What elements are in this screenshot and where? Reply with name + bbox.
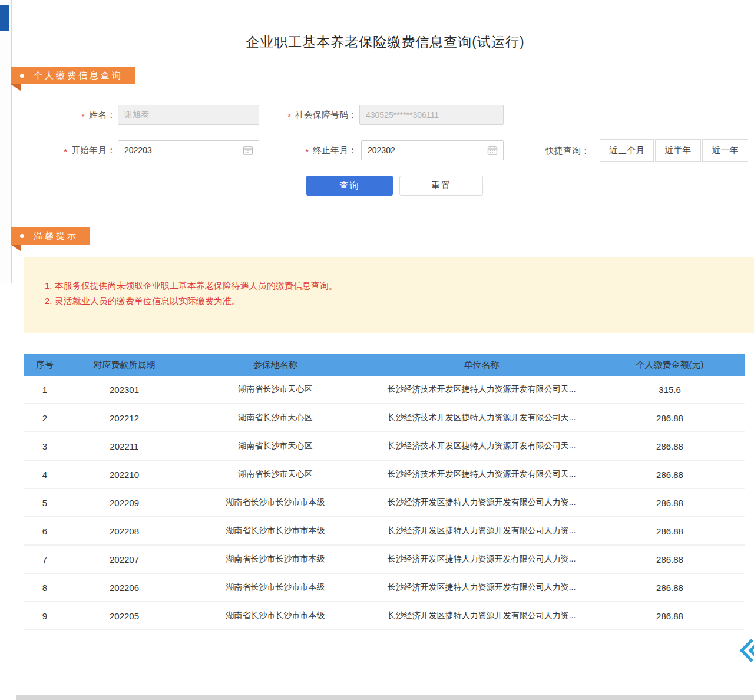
query-button[interactable]: 查询 [306, 176, 393, 196]
table-cell: 202211 [66, 432, 183, 460]
table-cell: 长沙经济开发区捷特人力资源开发有限公司人力资... [368, 574, 595, 601]
table-cell: 湖南省长沙市天心区 [183, 376, 368, 403]
table-cell: 286.88 [595, 432, 745, 460]
table-header-cell: 个人缴费金额(元) [595, 354, 745, 376]
table-cell: 5 [24, 489, 66, 516]
collapsed-sidebar-strip [0, 0, 12, 283]
table-cell: 长沙经济技术开发区捷特人力资源开发有限公司天... [368, 461, 595, 488]
table-cell: 202210 [66, 461, 183, 488]
end-month-input[interactable] [361, 140, 504, 160]
table-row: 4202210湖南省长沙市天心区长沙经济技术开发区捷特人力资源开发有限公司天..… [24, 461, 745, 489]
section-badge-tips: 温馨提示 [11, 227, 90, 245]
ssn-label: * 社会保障号码： [270, 105, 357, 125]
table-header-cell: 序号 [24, 354, 66, 376]
table-cell: 长沙经济技术开发区捷特人力资源开发有限公司天... [368, 432, 595, 460]
table-cell: 湖南省长沙市长沙市市本级 [183, 546, 368, 573]
notice-line: 2. 灵活就业人员的缴费单位信息以实际缴费为准。 [45, 293, 754, 309]
calendar-icon[interactable] [243, 145, 253, 156]
table-cell: 湖南省长沙市长沙市市本级 [183, 517, 368, 544]
ssn-input [359, 105, 504, 125]
table-row: 8202206湖南省长沙市长沙市市本级长沙经济开发区捷特人力资源开发有限公司人力… [24, 574, 745, 602]
table-row: 9202205湖南省长沙市长沙市市本级长沙经济开发区捷特人力资源开发有限公司人力… [24, 602, 745, 630]
table-cell: 湖南省长沙市长沙市市本级 [183, 602, 368, 629]
table-header-row: 序号对应费款所属期参保地名称单位名称个人缴费金额(元) [24, 354, 745, 376]
table-cell: 286.88 [595, 602, 745, 629]
section-badge-label: 个人缴费信息查询 [34, 70, 123, 81]
required-asterisk: * [287, 111, 291, 121]
table-cell: 4 [24, 461, 66, 488]
required-asterisk: * [305, 147, 309, 157]
bullet-dot-icon [20, 234, 24, 238]
table-cell: 长沙经济开发区捷特人力资源开发有限公司人力资... [368, 546, 595, 573]
quick-option-button[interactable]: 近半年 [655, 139, 701, 162]
table-cell: 315.6 [595, 376, 745, 403]
end-month-label: * 终止年月： [292, 140, 357, 160]
bottom-scrollbar-track[interactable] [16, 695, 754, 700]
quick-option-button[interactable]: 近三个月 [600, 139, 654, 162]
page-title: 企业职工基本养老保险缴费信息查询(试运行) [16, 33, 754, 51]
section-badge-personal-query: 个人缴费信息查询 [11, 67, 135, 84]
table-cell: 202212 [66, 404, 183, 431]
table-cell: 湖南省长沙市天心区 [183, 432, 368, 460]
table-cell: 长沙经济技术开发区捷特人力资源开发有限公司天... [368, 376, 595, 403]
reset-button[interactable]: 重置 [399, 176, 483, 196]
section-badge-label: 温馨提示 [34, 230, 78, 242]
table-row: 2202212湖南省长沙市天心区长沙经济技术开发区捷特人力资源开发有限公司天..… [24, 404, 745, 432]
table-header-cell: 对应费款所属期 [66, 354, 183, 376]
table-body: 1202301湖南省长沙市天心区长沙经济技术开发区捷特人力资源开发有限公司天..… [24, 376, 745, 630]
calendar-icon[interactable] [487, 145, 498, 156]
table-row: 7202207湖南省长沙市长沙市市本级长沙经济开发区捷特人力资源开发有限公司人力… [24, 546, 745, 574]
payment-table: 序号对应费款所属期参保地名称单位名称个人缴费金额(元) 1202301湖南省长沙… [24, 354, 745, 630]
table-cell: 1 [24, 376, 66, 403]
table-cell: 202207 [66, 546, 183, 573]
notice-lines: 1. 本服务仅提供尚未领取企业职工基本养老保险待遇人员的缴费信息查询。2. 灵活… [24, 257, 754, 309]
table-cell: 湖南省长沙市长沙市市本级 [183, 574, 368, 601]
table-row: 6202208湖南省长沙市长沙市市本级长沙经济开发区捷特人力资源开发有限公司人力… [24, 517, 745, 546]
name-input [118, 105, 259, 125]
table-row: 1202301湖南省长沙市天心区长沙经济技术开发区捷特人力资源开发有限公司天..… [24, 376, 745, 404]
table-cell: 286.88 [595, 461, 745, 488]
table-cell: 9 [24, 602, 66, 629]
name-label: * 姓名： [53, 105, 115, 125]
table-cell: 286.88 [595, 546, 745, 573]
sidebar-active-item-sliver[interactable] [0, 5, 9, 31]
table-cell: 286.88 [595, 404, 745, 431]
table-cell: 长沙经济开发区捷特人力资源开发有限公司人力资... [368, 602, 595, 629]
required-asterisk: * [81, 111, 85, 121]
quick-option-button[interactable]: 近一年 [702, 139, 748, 162]
table-cell: 202206 [66, 574, 183, 601]
table-cell: 长沙经济开发区捷特人力资源开发有限公司人力资... [368, 517, 595, 544]
double-chevron-left-icon[interactable] [736, 636, 754, 665]
table-cell: 6 [24, 517, 66, 544]
notice-box: 1. 本服务仅提供尚未领取企业职工基本养老保险待遇人员的缴费信息查询。2. 灵活… [24, 257, 754, 333]
bullet-dot-icon [20, 74, 24, 78]
table-cell: 3 [24, 432, 66, 460]
table-cell: 286.88 [595, 489, 745, 516]
table-cell: 286.88 [595, 517, 745, 544]
required-asterisk: * [64, 147, 67, 157]
quick-query-label: 快捷查询： [545, 140, 596, 162]
start-month-input[interactable] [118, 140, 259, 160]
table-cell: 202301 [66, 376, 183, 403]
table-row: 3202211湖南省长沙市天心区长沙经济技术开发区捷特人力资源开发有限公司天..… [24, 432, 745, 461]
table-cell: 2 [24, 404, 66, 431]
start-month-label: * 开始年月： [48, 140, 115, 160]
table-cell: 286.88 [595, 574, 745, 601]
table-cell: 202208 [66, 517, 183, 544]
table-cell: 7 [24, 546, 66, 573]
table-cell: 202209 [66, 489, 183, 516]
table-cell: 湖南省长沙市天心区 [183, 404, 368, 431]
table-cell: 长沙经济开发区捷特人力资源开发有限公司人力资... [368, 489, 595, 516]
table-row: 5202209湖南省长沙市长沙市市本级长沙经济开发区捷特人力资源开发有限公司人力… [24, 489, 745, 517]
table-header-cell: 参保地名称 [183, 354, 368, 376]
table-cell: 8 [24, 574, 66, 601]
table-cell: 202205 [66, 602, 183, 629]
table-header-cell: 单位名称 [368, 354, 595, 376]
quick-query-group: 近三个月近半年近一年 [600, 139, 748, 162]
table-cell: 长沙经济技术开发区捷特人力资源开发有限公司天... [368, 404, 595, 431]
table-cell: 湖南省长沙市长沙市市本级 [183, 489, 368, 516]
notice-line: 1. 本服务仅提供尚未领取企业职工基本养老保险待遇人员的缴费信息查询。 [45, 278, 754, 293]
table-cell: 湖南省长沙市天心区 [183, 461, 368, 488]
